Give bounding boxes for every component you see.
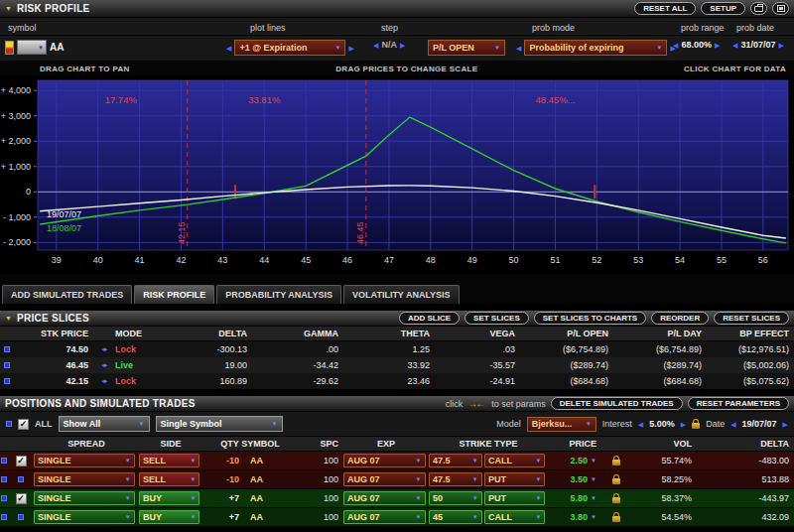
slice-mode[interactable]: Lock — [115, 373, 161, 389]
plot-lines-dropdown[interactable]: +1 @ Expiration▼ — [234, 40, 345, 56]
row-checkbox[interactable]: ✓ — [16, 456, 27, 466]
col-exp[interactable]: EXP — [343, 437, 429, 451]
setup-button[interactable]: SETUP — [701, 2, 745, 15]
pl-mode-dropdown[interactable]: P/L OPEN▼ — [428, 40, 505, 56]
col-pl-day[interactable]: P/L DAY — [613, 327, 707, 340]
price-lock-icon[interactable] — [612, 497, 620, 503]
price-lock-icon[interactable] — [612, 460, 620, 466]
slice-mode[interactable]: Lock — [115, 341, 161, 357]
col-strike-type[interactable]: STRIKE TYPE — [429, 437, 548, 451]
price-lock-icon[interactable] — [612, 478, 620, 484]
slice-adjust-icon[interactable]: ◂▸ — [93, 373, 115, 389]
qty-value[interactable]: +7 — [202, 508, 244, 526]
qty-value[interactable]: +7 — [202, 489, 244, 507]
type-dropdown[interactable]: CALL▼ — [484, 454, 545, 467]
all-checkbox[interactable]: ✓ — [18, 419, 29, 430]
tab-risk-profile[interactable]: RISK PROFILE — [134, 285, 214, 304]
delete-simulated-trades-button[interactable]: DELETE SIMULATED TRADES — [551, 397, 683, 410]
side-dropdown[interactable]: SELL▼ — [139, 454, 199, 467]
set-slices-to-charts-button[interactable]: SET SLICES TO CHARTS — [534, 312, 646, 325]
slice-stk-price[interactable]: 42.15 — [14, 373, 93, 389]
row-checkbox[interactable]: ✓ — [16, 493, 27, 504]
row-link-icon[interactable] — [18, 514, 24, 520]
show-all-dropdown[interactable]: Show All▼ — [59, 416, 150, 432]
collapse-triangle-icon[interactable]: ▼ — [5, 5, 12, 12]
price-dropdown[interactable]: 3.50▼ — [548, 470, 601, 488]
price-lock-icon[interactable] — [612, 516, 620, 522]
export-button[interactable] — [772, 2, 789, 15]
exp-dropdown[interactable]: AUG 07▼ — [343, 510, 426, 524]
row-link-icon[interactable] — [18, 476, 24, 482]
col-spc[interactable]: SPC — [298, 437, 343, 451]
col-gamma[interactable]: GAMMA — [252, 327, 343, 340]
spin-right-icon[interactable]: ▶ — [715, 42, 720, 49]
type-dropdown[interactable]: PUT▼ — [484, 472, 545, 486]
col-vega[interactable]: VEGA — [435, 327, 520, 340]
date-value[interactable]: 19/07/07 — [742, 419, 777, 429]
row-marker-icon[interactable] — [4, 362, 10, 368]
spin-left-icon[interactable]: ◀ — [673, 42, 678, 49]
col-theta[interactable]: THETA — [343, 327, 435, 340]
qty-value[interactable]: -10 — [202, 470, 244, 488]
col-side[interactable]: SIDE — [139, 437, 202, 451]
spin-left-icon[interactable]: ◀ — [732, 42, 737, 49]
side-dropdown[interactable]: SELL▼ — [139, 472, 199, 486]
strike-dropdown[interactable]: 47.5▼ — [429, 454, 482, 467]
tab-probability-analysis[interactable]: PROBABILITY ANALYSIS — [216, 285, 341, 304]
col-pl-open[interactable]: P/L OPEN — [520, 327, 613, 340]
symbol-color-swatch[interactable] — [5, 41, 14, 55]
tab-add-simulated-trades[interactable]: ADD SIMULATED TRADES — [2, 285, 132, 304]
symbol-value[interactable]: AA — [50, 42, 64, 53]
side-dropdown[interactable]: BUY▼ — [139, 491, 199, 505]
symbol-mode-dropdown[interactable]: Single Symbol▼ — [156, 416, 283, 432]
spin-left-icon[interactable]: ◀ — [730, 421, 735, 428]
print-button[interactable] — [750, 2, 767, 15]
spin-left-icon[interactable]: ◀ — [516, 45, 521, 52]
risk-profile-chart[interactable]: 394041424344454647484950515253545556+ 4,… — [0, 75, 794, 274]
spin-left-icon[interactable]: ◀ — [226, 45, 231, 52]
col-price[interactable]: PRICE — [548, 437, 601, 451]
model-dropdown[interactable]: Bjerksu...▼ — [527, 417, 596, 432]
col-bp-effect[interactable]: BP EFFECT — [707, 327, 794, 340]
price-dropdown[interactable]: 5.80▼ — [548, 489, 601, 507]
prob-mode-dropdown[interactable]: Probability of expiring▼ — [524, 40, 667, 56]
exp-dropdown[interactable]: AUG 07▼ — [343, 491, 426, 505]
spin-right-icon[interactable]: ▶ — [400, 42, 405, 49]
spin-left-icon[interactable]: ◀ — [638, 421, 643, 428]
strike-dropdown[interactable]: 50▼ — [429, 491, 482, 505]
interest-value[interactable]: 5.00% — [649, 419, 675, 429]
price-dropdown[interactable]: 3.80▼ — [548, 508, 601, 526]
col-delta[interactable]: DELTA — [697, 437, 794, 451]
spin-right-icon[interactable]: ▶ — [778, 42, 783, 49]
qty-value[interactable]: -10 — [202, 452, 244, 469]
exp-dropdown[interactable]: AUG 07▼ — [343, 454, 426, 467]
col-delta[interactable]: DELTA — [161, 327, 252, 340]
reset-parameters-button[interactable]: RESET PARAMETERS — [688, 397, 789, 410]
type-dropdown[interactable]: PUT▼ — [484, 491, 545, 505]
col-qty-symbol[interactable]: QTY SYMBOL — [202, 437, 298, 451]
col-vol[interactable]: VOL — [631, 437, 697, 451]
slice-stk-price[interactable]: 74.50 — [14, 341, 93, 357]
spread-dropdown[interactable]: SINGLE▼ — [34, 454, 135, 467]
prob-range-value[interactable]: 68.00% — [681, 40, 712, 50]
exp-dropdown[interactable]: AUG 07▼ — [343, 472, 426, 486]
reset-all-button[interactable]: RESET ALL — [634, 2, 696, 15]
row-marker-icon[interactable] — [4, 346, 10, 352]
side-dropdown[interactable]: BUY▼ — [139, 510, 199, 524]
tab-volatility-analysis[interactable]: VOLATILITY ANALYSIS — [343, 285, 460, 304]
row-marker-icon[interactable] — [4, 378, 10, 384]
spread-dropdown[interactable]: SINGLE▼ — [34, 491, 135, 505]
symbol-dropdown[interactable]: ▼ — [17, 40, 47, 55]
interest-lock-icon[interactable] — [692, 423, 700, 429]
spin-right-icon[interactable]: ▶ — [783, 421, 788, 428]
spread-dropdown[interactable]: SINGLE▼ — [34, 472, 135, 486]
spin-right-icon[interactable]: ▶ — [681, 421, 686, 428]
reorder-button[interactable]: REORDER — [651, 312, 709, 325]
col-spread[interactable]: SPREAD — [34, 437, 139, 451]
price-dropdown[interactable]: 2.50▼ — [548, 452, 601, 469]
slice-adjust-icon[interactable]: ◂▸ — [93, 341, 115, 357]
col-mode[interactable]: MODE — [115, 327, 161, 340]
set-slices-button[interactable]: SET SLICES — [464, 312, 529, 325]
prob-date-value[interactable]: 31/07/07 — [740, 40, 775, 50]
spin-left-icon[interactable]: ◀ — [373, 42, 378, 49]
